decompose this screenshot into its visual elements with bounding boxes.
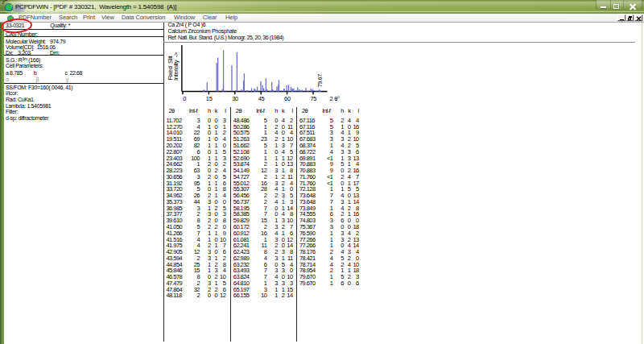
svg-text:79.67: 79.67	[316, 74, 324, 88]
svg-text:Intensity ->: Intensity ->	[172, 52, 180, 81]
svg-text:2 θ°: 2 θ°	[330, 95, 341, 102]
svg-text:15: 15	[206, 95, 213, 102]
svg-text:75: 75	[310, 95, 316, 102]
svg-text:45: 45	[258, 95, 265, 102]
svg-text:30: 30	[232, 95, 238, 102]
svg-text:60: 60	[284, 95, 291, 102]
svg-text:0: 0	[183, 95, 186, 102]
